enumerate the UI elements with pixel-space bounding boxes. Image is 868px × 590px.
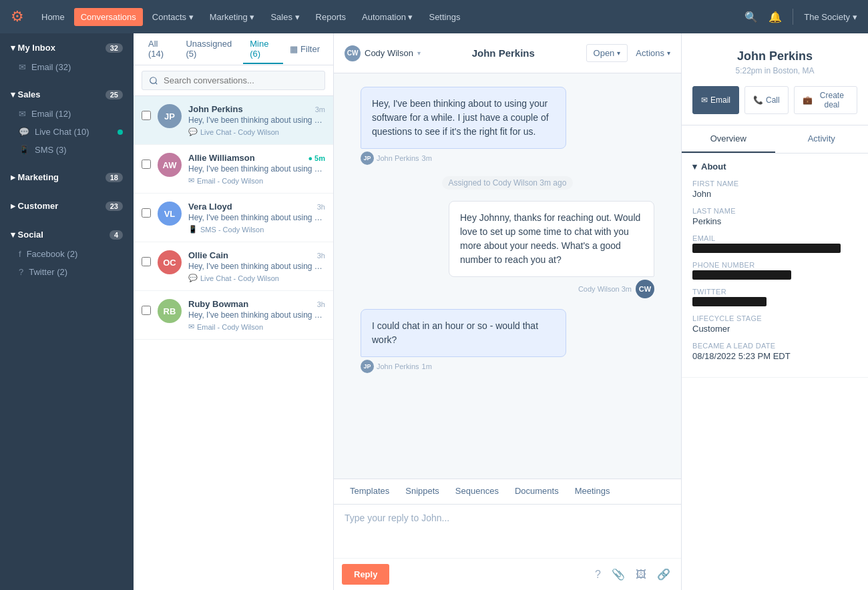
email-contact-button[interactable]: ✉ Email (692, 86, 739, 114)
search-input[interactable] (142, 71, 325, 90)
nav-home[interactable]: Home (35, 8, 71, 26)
sidebar-item-inbox-email[interactable]: ✉ Email (32) (0, 58, 134, 76)
main-layout: ▾ My Inbox 32 ✉ Email (32) ▾ Sales 25 ✉ … (0, 33, 868, 590)
nav-divider (793, 9, 793, 25)
reply-tab-snippets[interactable]: Snippets (397, 479, 447, 504)
tab-overview[interactable]: Overview (682, 125, 775, 153)
nav-settings[interactable]: Settings (422, 8, 467, 26)
assigned-to[interactable]: CW Cody Wilson ▾ (345, 45, 421, 61)
attachment-icon[interactable]: 📎 (609, 565, 628, 583)
nav-company[interactable]: The Society ▾ (804, 12, 857, 22)
sidebar-item-inbox-email-label: Email (32) (31, 62, 71, 72)
reply-textarea[interactable]: Type your reply to John... (334, 505, 681, 558)
message-meta: JP John Perkins 3m (361, 152, 432, 165)
twitter-icon: ? (19, 267, 23, 277)
assignment-text: Assigned to Cody Wilson 3m ago (442, 176, 574, 190)
sidebar-section-sales-header[interactable]: ▾ Sales 25 (0, 84, 134, 105)
conv-checkbox[interactable] (142, 306, 151, 315)
email-icon: ✉ (188, 176, 194, 185)
sidebar-section-marketing-header[interactable]: ▸ Marketing 18 (0, 167, 134, 188)
conv-name: Vera Lloyd (188, 202, 232, 212)
conv-channel: 📱 SMS - Cody Wilson (188, 225, 325, 234)
field-first-name: First name John (692, 180, 857, 199)
sidebar-section-inbox-header[interactable]: ▾ My Inbox 32 (0, 37, 134, 58)
search-icon[interactable]: 🔍 (744, 11, 758, 23)
nav-automation[interactable]: Automation ▾ (355, 8, 419, 26)
tab-unassigned[interactable]: Unassigned (5) (179, 35, 242, 64)
sidebar-section-customer: ▸ Customer 23 (0, 192, 134, 220)
sidebar-item-sales-livechat[interactable]: 💬 Live Chat (10) (0, 123, 134, 141)
bell-icon[interactable]: 🔔 (769, 11, 782, 23)
sidebar-item-social-twitter[interactable]: ? Twitter (2) (0, 263, 134, 281)
sidebar-item-social-facebook[interactable]: f Facebook (2) (0, 245, 134, 263)
online-indicator (118, 129, 123, 135)
field-redacted (692, 297, 767, 306)
sidebar-item-social-twitter-label: Twitter (2) (29, 267, 67, 277)
conversation-item-ruby-bowman[interactable]: RB Ruby Bowman 3h Hey, I've been thinkin… (134, 291, 333, 340)
reply-tab-documents[interactable]: Documents (507, 479, 567, 504)
sidebar-section-marketing: ▸ Marketing 18 (0, 163, 134, 192)
conversation-tabs: All (14) Unassigned (5) Mine (6) ▦ Filte… (134, 33, 333, 65)
field-lifecycle-stage: Lifecycle Stage Customer (692, 314, 857, 334)
reply-button[interactable]: Reply (342, 564, 389, 585)
filter-button[interactable]: ▦ Filter (284, 41, 325, 57)
reply-tab-meetings[interactable]: Meetings (567, 479, 618, 504)
conv-preview: Hey, I've been thinking about using your… (188, 115, 325, 125)
assigned-avatar: CW (345, 45, 361, 61)
content-area: All (14) Unassigned (5) Mine (6) ▦ Filte… (134, 33, 868, 590)
message-time: 1m (422, 362, 432, 370)
nav-reports[interactable]: Reports (309, 8, 353, 26)
nav-sales[interactable]: Sales ▾ (264, 8, 306, 26)
sidebar-item-sales-sms-label: SMS (3) (35, 145, 67, 155)
conv-checkbox[interactable] (142, 257, 151, 266)
field-became-lead: Became a Lead Date 08/18/2022 5:23 PM ED… (692, 342, 857, 361)
actions-button[interactable]: Actions ▾ (636, 48, 670, 58)
livechat-icon: 💬 (188, 274, 198, 282)
assignment-notice: Assigned to Cody Wilson 3m ago (361, 176, 654, 190)
nav-contacts[interactable]: Contacts ▾ (146, 8, 200, 26)
about-section-title[interactable]: ▾ About (692, 162, 857, 172)
conversation-item-john-perkins[interactable]: JP John Perkins 3m Hey, I've been thinki… (134, 96, 333, 145)
status-button[interactable]: Open ▾ (586, 44, 628, 62)
conv-checkbox[interactable] (142, 160, 151, 169)
reply-tabs: Templates Snippets Sequences Documents M… (334, 479, 681, 505)
conversation-item-vera-lloyd[interactable]: VL Vera Lloyd 3h Hey, I've been thinking… (134, 194, 333, 242)
sidebar-item-sales-sms[interactable]: 📱 SMS (3) (0, 141, 134, 159)
conv-checkbox[interactable] (142, 111, 151, 120)
create-deal-label: Create deal (815, 91, 849, 109)
tab-activity[interactable]: Activity (775, 125, 869, 153)
field-phone: Phone Number (692, 261, 857, 280)
sidebar-section-marketing-count: 18 (105, 173, 123, 182)
sidebar-item-sales-email[interactable]: ✉ Email (12) (0, 105, 134, 123)
link-icon[interactable]: 🔗 (654, 565, 673, 583)
assigned-chevron: ▾ (417, 49, 421, 57)
call-contact-button[interactable]: 📞 Call (744, 86, 789, 114)
tab-all[interactable]: All (14) (142, 35, 178, 64)
status-chevron: ▾ (617, 49, 620, 57)
reply-tab-sequences[interactable]: Sequences (447, 479, 507, 504)
sidebar-section-customer-header[interactable]: ▸ Customer 23 (0, 196, 134, 216)
field-redacted (692, 270, 791, 280)
conversation-item-ollie-cain[interactable]: OC Ollie Cain 3h Hey, I've been thinking… (134, 242, 333, 291)
conv-time: 3h (317, 252, 325, 260)
conv-time: 3h (317, 300, 325, 308)
contact-actions: ✉ Email 📞 Call 💼 Create deal (692, 86, 857, 114)
sidebar-section-inbox-collapse: ▾ My Inbox (11, 43, 55, 53)
nav-conversations[interactable]: Conversations (74, 8, 143, 26)
conv-top: Ollie Cain 3h (188, 250, 325, 260)
sidebar-section-social-header[interactable]: ▾ Social 4 (0, 224, 134, 245)
sidebar-section-social: ▾ Social 4 f Facebook (2) ? Twitter (2) (0, 220, 134, 285)
create-deal-button[interactable]: 💼 Create deal (794, 86, 857, 114)
reply-tab-templates[interactable]: Templates (342, 479, 397, 504)
conv-channel: 💬 Live Chat - Cody Wilson (188, 274, 325, 282)
message-outgoing-1: Hey Johnny, thanks for reaching out. Wou… (361, 201, 654, 298)
help-icon[interactable]: ? (592, 566, 604, 583)
conversation-item-allie-williamson[interactable]: AW Allie Williamson ● 5m Hey, I've been … (134, 145, 333, 194)
hubspot-logo[interactable]: ⚙ (11, 8, 24, 25)
nav-marketing[interactable]: Marketing ▾ (203, 8, 262, 26)
field-value: John (692, 189, 857, 199)
tab-mine[interactable]: Mine (6) (243, 35, 283, 64)
conv-checkbox[interactable] (142, 208, 151, 218)
image-icon[interactable]: 🖼 (633, 566, 649, 583)
reply-box: Templates Snippets Sequences Documents M… (334, 479, 681, 590)
